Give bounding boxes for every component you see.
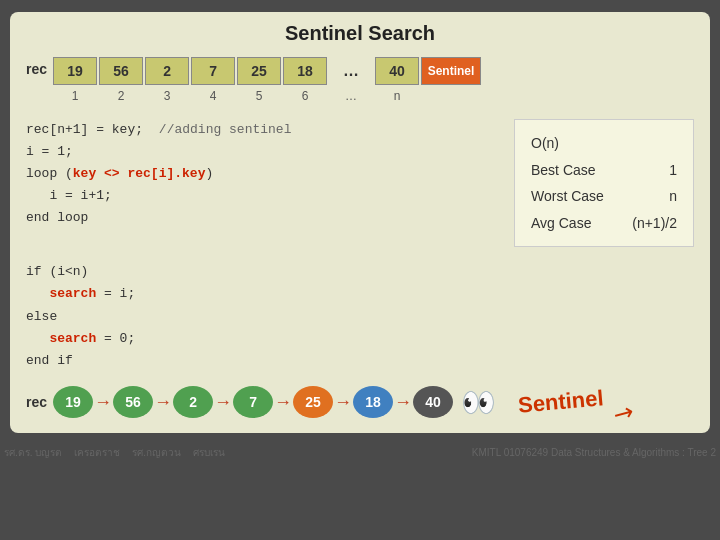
code-highlight-key: key <> rec[i]. [73, 166, 182, 181]
footer-author-2: เครอตราช [74, 445, 120, 460]
sentinel-arrow-icon: ↗ [608, 396, 639, 430]
index-2: 2 [99, 87, 143, 105]
cell-2: 2 [145, 57, 189, 85]
sentinel-label-container: Sentinel ↗ [506, 389, 604, 415]
best-case-value: 1 [669, 157, 677, 184]
arrow-4: → [274, 392, 292, 413]
arrow-5: → [334, 392, 352, 413]
code-text-2: i = 1; [26, 144, 73, 159]
main-panel: Sentinel Search rec 19 56 2 7 25 18 … 40… [10, 12, 710, 433]
cond-line-1: if (i<n) [26, 261, 694, 283]
bcell-2: 2 [173, 386, 213, 418]
index-3: 3 [145, 87, 189, 105]
worst-case-label: Worst Case [531, 183, 604, 210]
worst-case-value: n [669, 183, 677, 210]
avg-case-label: Avg Case [531, 210, 591, 237]
avg-case-value: (n+1)/2 [632, 210, 677, 237]
arrow-2: → [154, 392, 172, 413]
cell-40: 40 [375, 57, 419, 85]
complexity-box: O(n) Best Case 1 Worst Case n Avg Case (… [514, 119, 694, 247]
footer-right: KMITL 01076249 Data Structures & Algorit… [472, 447, 716, 458]
best-case-label: Best Case [531, 157, 596, 184]
code-line-3: loop (key <> rec[i].key) [26, 163, 494, 185]
code-line-1: rec[n+1] = key; //adding sentinel [26, 119, 494, 141]
bcell-25: 25 [293, 386, 333, 418]
array-values-row: 19 56 2 7 25 18 … 40 Sentinel [53, 57, 481, 85]
index-4: 4 [191, 87, 235, 105]
arrow-6: → [394, 392, 412, 413]
code-comment-1: //adding sentinel [159, 122, 292, 137]
bcell-56: 56 [113, 386, 153, 418]
arrow-1: → [94, 392, 112, 413]
complexity-header: O(n) [531, 130, 559, 157]
page-title: Sentinel Search [26, 22, 694, 45]
code-line-2: i = 1; [26, 141, 494, 163]
bcell-40: 40 [413, 386, 453, 418]
sentinel-label: Sentinel [517, 386, 605, 419]
bcell-7: 7 [233, 386, 273, 418]
worst-case-row: Worst Case n [531, 183, 677, 210]
index-n: n [375, 87, 419, 105]
bottom-cells: 19 → 56 → 2 → 7 → 25 → 18 → 40 👀 [53, 386, 496, 419]
complexity-header-row: O(n) [531, 130, 677, 157]
top-array-section: rec 19 56 2 7 25 18 … 40 Sentinel 1 2 3 … [26, 57, 694, 105]
index-6: 6 [283, 87, 327, 105]
code-line-4: i = i+1; [26, 185, 494, 207]
cond-line-3: else [26, 306, 694, 328]
eyes-icon: 👀 [461, 386, 496, 419]
array-label: rec [26, 61, 47, 77]
best-case-row: Best Case 1 [531, 157, 677, 184]
search-highlight-2: search [49, 331, 96, 346]
footer-author-4: ศรบเรน [193, 445, 225, 460]
array-cells: 19 56 2 7 25 18 … 40 Sentinel 1 2 3 4 5 … [53, 57, 481, 105]
arrow-3: → [214, 392, 232, 413]
index-sentinel [421, 87, 465, 105]
code-line-5: end loop [26, 207, 494, 229]
cell-56: 56 [99, 57, 143, 85]
bcell-19: 19 [53, 386, 93, 418]
code-highlight-key2: key [182, 166, 205, 181]
index-dots: … [329, 87, 373, 105]
cell-7: 7 [191, 57, 235, 85]
bottom-section: rec 19 → 56 → 2 → 7 → 25 → 18 → 40 👀 Sen… [26, 386, 694, 419]
index-1: 1 [53, 87, 97, 105]
main-code-block: rec[n+1] = key; //adding sentinel i = 1;… [26, 119, 494, 247]
bcell-18: 18 [353, 386, 393, 418]
conditional-code-block: if (i<n) search = i; else search = 0; en… [26, 261, 694, 371]
cell-sentinel: Sentinel [421, 57, 481, 85]
code-text-1: rec[n+1] = key; [26, 122, 143, 137]
cell-dots: … [329, 57, 373, 85]
cond-line-4: search = 0; [26, 328, 694, 350]
cell-25: 25 [237, 57, 281, 85]
cond-line-2: search = i; [26, 283, 694, 305]
footer: รศ.ดร. บญรต เครอตราช รศ.กญตวน ศรบเรน KMI… [0, 445, 720, 460]
index-5: 5 [237, 87, 281, 105]
cond-line-5: end if [26, 350, 694, 372]
array-index-row: 1 2 3 4 5 6 … n [53, 87, 481, 105]
bottom-array-label: rec [26, 394, 47, 410]
footer-authors: รศ.ดร. บญรต เครอตราช รศ.กญตวน ศรบเรน [4, 445, 225, 460]
avg-case-row: Avg Case (n+1)/2 [531, 210, 677, 237]
footer-author-1: รศ.ดร. บญรต [4, 445, 62, 460]
cell-19: 19 [53, 57, 97, 85]
middle-section: rec[n+1] = key; //adding sentinel i = 1;… [26, 119, 694, 247]
cell-18: 18 [283, 57, 327, 85]
footer-author-3: รศ.กญตวน [132, 445, 181, 460]
search-highlight: search [49, 286, 96, 301]
